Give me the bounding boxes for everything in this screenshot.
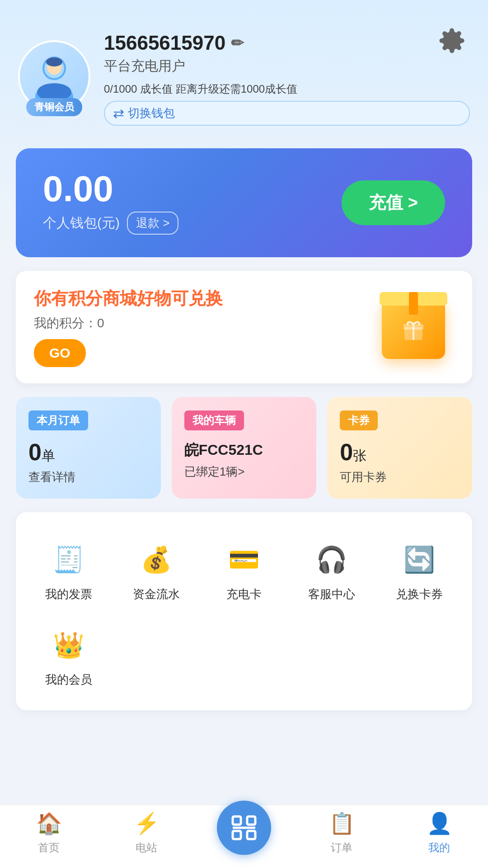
bottom-nav: 🏠 首页 ⚡ 电站 📋 订单 👤 我的	[0, 805, 488, 868]
scan-icon	[230, 814, 258, 841]
tool-label-3: 客服中心	[308, 586, 355, 602]
monthly-orders-card[interactable]: 本月订单 0单 查看详情	[16, 397, 161, 499]
station-icon: ⚡	[133, 810, 160, 837]
coupons-label: 可用卡券	[340, 469, 460, 485]
my-vehicle-card[interactable]: 我的车辆 皖FCC521C 已绑定1辆>	[172, 397, 317, 499]
tool-icon-1: 💰	[136, 539, 177, 580]
profile-header: 青铜会员 15665615970 ✏ 平台充电用户 0/1000 成长值 距离升…	[0, 0, 488, 135]
tool-item-0[interactable]: 🧾 我的发票	[25, 530, 113, 616]
go-button[interactable]: GO	[34, 339, 86, 367]
svg-rect-12	[247, 831, 255, 839]
avatar-figure	[27, 49, 81, 104]
tool-item-5[interactable]: 👑 我的会员	[25, 616, 113, 701]
member-badge: 青铜会员	[26, 98, 82, 116]
nav-home-label: 首页	[38, 840, 60, 855]
orders-icon: 📋	[328, 810, 355, 837]
tools-grid: 🧾 我的发票 💰 资金流水 💳 充电卡 🎧 客服中心 🔄 兑换卡券 👑 我的会员	[25, 530, 463, 701]
coupons-count: 0张	[340, 439, 460, 466]
vehicle-plate: 皖FCC521C	[184, 440, 304, 460]
card-badge-coupons: 卡券	[340, 410, 378, 430]
mine-icon: 👤	[426, 810, 453, 837]
nav-station[interactable]: ⚡ 电站	[98, 810, 195, 855]
nav-scan[interactable]	[195, 801, 293, 864]
svg-rect-11	[233, 831, 241, 839]
topup-button[interactable]: 充值 >	[342, 180, 445, 225]
points-score: 我的积分：0	[34, 315, 223, 332]
nav-home[interactable]: 🏠 首页	[0, 810, 98, 855]
points-decoration	[373, 291, 454, 363]
growth-bar: 0/1000 成长值 距离升级还需1000成长值	[104, 82, 470, 96]
user-type: 平台充电用户	[104, 57, 470, 75]
tool-item-4[interactable]: 🔄 兑换卡券	[375, 530, 463, 616]
gift-icon	[400, 316, 427, 343]
card-badge-orders: 本月订单	[28, 410, 88, 430]
points-info: 你有积分商城好物可兑换 我的积分：0 GO	[34, 287, 223, 367]
nav-orders[interactable]: 📋 订单	[293, 810, 390, 855]
scan-button[interactable]	[217, 801, 271, 855]
tool-item-1[interactable]: 💰 资金流水	[113, 530, 200, 616]
user-info: 15665615970 ✏ 平台充电用户 0/1000 成长值 距离升级还需10…	[104, 27, 470, 126]
cards-row: 本月订单 0单 查看详情 我的车辆 皖FCC521C 已绑定1辆> 卡券 0张 …	[16, 397, 472, 499]
avatar: 青铜会员	[18, 40, 90, 113]
orders-count: 0单	[28, 439, 148, 466]
points-banner: 你有积分商城好物可兑换 我的积分：0 GO	[16, 271, 472, 383]
wallet-card: 0.00 个人钱包(元) 退款 > 充值 >	[16, 148, 472, 257]
switch-wallet-button[interactable]: ⇄ 切换钱包	[104, 101, 470, 126]
home-icon: 🏠	[35, 810, 62, 837]
nav-mine[interactable]: 👤 我的	[390, 810, 488, 855]
refund-button[interactable]: 退款 >	[127, 212, 178, 235]
svg-rect-9	[233, 816, 241, 825]
tools-section: 🧾 我的发票 💰 资金流水 💳 充电卡 🎧 客服中心 🔄 兑换卡券 👑 我的会员	[16, 512, 472, 710]
tool-icon-2: 💳	[224, 539, 264, 580]
wallet-label: 个人钱包(元) 退款 >	[43, 212, 178, 235]
growth-text: 0/1000 成长值 距离升级还需1000成长值	[104, 82, 297, 96]
tool-icon-5: 👑	[48, 625, 89, 665]
tool-icon-0: 🧾	[48, 539, 89, 580]
edit-icon[interactable]: ✏	[231, 34, 244, 52]
box-icon	[382, 300, 445, 359]
tool-item-2[interactable]: 💳 充电卡	[200, 530, 288, 616]
orders-detail-link[interactable]: 查看详情	[28, 469, 148, 485]
svg-rect-10	[247, 816, 255, 825]
user-phone: 15665615970 ✏	[104, 32, 470, 54]
tool-label-5: 我的会员	[45, 672, 92, 688]
tool-label-4: 兑换卡券	[396, 586, 443, 602]
nav-mine-label: 我的	[428, 840, 450, 855]
wallet-balance: 0.00	[43, 171, 178, 207]
tool-label-2: 充电卡	[226, 586, 262, 602]
tool-icon-4: 🔄	[399, 539, 440, 580]
nav-station-label: 电站	[136, 840, 157, 855]
svg-point-4	[46, 57, 62, 66]
coupons-card[interactable]: 卡券 0张 可用卡券	[327, 397, 472, 499]
tool-icon-3: 🎧	[311, 539, 352, 580]
vehicle-count-link[interactable]: 已绑定1辆>	[184, 464, 304, 480]
tool-label-1: 资金流水	[133, 586, 180, 602]
tool-item-3[interactable]: 🎧 客服中心	[288, 530, 375, 616]
card-badge-vehicle: 我的车辆	[184, 410, 244, 430]
points-title: 你有积分商城好物可兑换	[34, 287, 223, 310]
nav-orders-label: 订单	[331, 840, 352, 855]
wallet-info: 0.00 个人钱包(元) 退款 >	[43, 171, 178, 235]
tool-label-0: 我的发票	[45, 586, 92, 602]
